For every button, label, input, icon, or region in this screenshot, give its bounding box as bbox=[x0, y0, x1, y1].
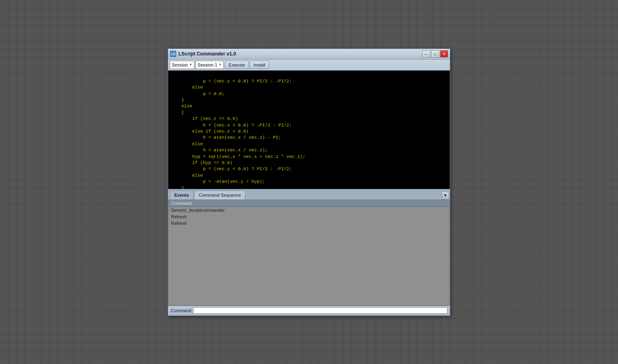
toolbar: Session ▼ Session 1 ▼ Execute Install bbox=[168, 60, 450, 71]
maximize-button[interactable]: □ bbox=[431, 50, 439, 58]
list-item[interactable]: Refresh bbox=[169, 213, 449, 220]
close-button[interactable]: ✕ bbox=[440, 50, 448, 58]
session-number-arrow: ▼ bbox=[218, 63, 222, 67]
list-item[interactable]: Refresh bbox=[169, 220, 449, 226]
tab-events[interactable]: Events bbox=[170, 191, 193, 200]
window-title: LScript Commander v1.0 bbox=[178, 51, 236, 57]
events-panel[interactable]: Command Generic_lscriptcommander Refresh… bbox=[168, 200, 450, 306]
title-bar-left: LS LScript Commander v1.0 bbox=[170, 51, 236, 57]
session-menu-arrow: ▼ bbox=[189, 63, 192, 67]
install-button[interactable]: Install bbox=[250, 61, 269, 69]
title-bar: LS LScript Commander v1.0 — □ ✕ bbox=[168, 49, 450, 60]
tab-bar: Events Command Sequence ▼ bbox=[168, 189, 450, 200]
execute-button[interactable]: Execute bbox=[225, 61, 249, 69]
app-icon: LS bbox=[170, 51, 176, 57]
code-editor[interactable]: p = (vec.y < 0.0) ? PI/2 : -PI/2; else p… bbox=[168, 71, 450, 189]
command-label: Command bbox=[171, 308, 191, 313]
window-controls: — □ ✕ bbox=[422, 50, 448, 58]
command-bar: Command bbox=[168, 306, 450, 315]
session-number-dropdown[interactable]: Session 1 ▼ bbox=[196, 61, 224, 69]
tab-scroll-button[interactable]: ▼ bbox=[442, 191, 449, 200]
events-panel-header: Command bbox=[169, 200, 449, 207]
list-item[interactable]: Generic_lscriptcommander bbox=[169, 207, 449, 213]
minimize-button[interactable]: — bbox=[422, 50, 430, 58]
command-input[interactable] bbox=[193, 307, 447, 314]
tab-command-sequence[interactable]: Command Sequence bbox=[194, 191, 245, 200]
session-menu-dropdown[interactable]: Session ▼ bbox=[170, 61, 194, 69]
main-window: LS LScript Commander v1.0 — □ ✕ Session … bbox=[168, 49, 450, 316]
